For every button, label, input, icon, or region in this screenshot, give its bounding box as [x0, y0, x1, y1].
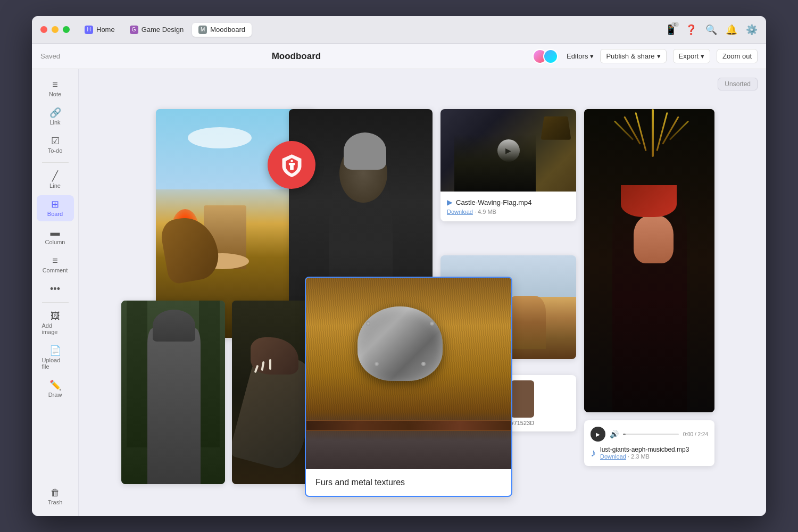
music-meta: Download · 2.3 MB: [600, 453, 689, 460]
sidebar-todo-label: To-do: [48, 147, 63, 154]
sidebar-divider-2: [42, 302, 69, 303]
sidebar-addimage-label: Add image: [42, 322, 69, 335]
sidebar-board-label: Board: [47, 211, 63, 217]
app-window: H Home G Game Design M Moodboard 📱 0 ❓ 🔍…: [32, 16, 766, 516]
castle-video-thumbnail: ▶: [440, 109, 576, 192]
sidebar-item-todo[interactable]: ☑ To-do: [37, 132, 74, 158]
music-details: lust-giants-aeph-musicbed.mp3 Download ·…: [600, 446, 689, 460]
sidebar-item-note[interactable]: ≡ Note: [37, 76, 74, 102]
sidebar-uploadfile-label: Upload file: [42, 357, 69, 370]
sidebar-item-line[interactable]: ╱ Line: [37, 167, 74, 193]
music-progress-fill: [623, 434, 626, 435]
gamedesign-tab-icon: G: [130, 26, 138, 34]
publish-chevron-icon: ▾: [657, 52, 661, 60]
music-progress-bar[interactable]: [623, 434, 679, 435]
link-icon: 🔗: [49, 108, 61, 118]
editor-avatars: [533, 49, 558, 64]
board-icon: ⊞: [51, 200, 59, 209]
todo-icon: ☑: [51, 136, 60, 146]
export-button[interactable]: Export ▾: [673, 49, 711, 63]
addimage-icon: 🖼: [51, 311, 60, 321]
publish-button[interactable]: Publish & share ▾: [600, 49, 666, 63]
sidebar-item-column[interactable]: ▬ Column: [37, 223, 74, 250]
more-icon: •••: [50, 284, 60, 294]
line-icon: ╱: [52, 171, 58, 181]
woman-headdress-image[interactable]: [584, 109, 714, 412]
uploadfile-icon: 📄: [49, 346, 61, 355]
shield-icon: [280, 153, 304, 177]
maximize-button[interactable]: [63, 26, 70, 33]
editors-button[interactable]: Editors ▾: [567, 52, 594, 60]
swatch-color-2: [511, 380, 535, 418]
main-area: ≡ Note 🔗 Link ☑ To-do ╱ Line ⊞ Board ▬: [32, 69, 766, 516]
music-controls: ▶ 🔊 0:00 / 2:24: [591, 427, 708, 442]
toolbar: Saved Moodboard Editors ▾ Publish & shar…: [32, 44, 766, 69]
statue-image[interactable]: [121, 301, 225, 484]
canvas[interactable]: Unsorted: [79, 69, 766, 516]
sidebar-item-board[interactable]: ⊞ Board: [37, 195, 74, 221]
close-button[interactable]: [40, 26, 47, 33]
sidebar-item-more[interactable]: •••: [37, 280, 74, 298]
sidebar-link-label: Link: [49, 119, 60, 126]
sidebar-draw-label: Draw: [48, 392, 62, 398]
unsorted-badge: Unsorted: [718, 78, 758, 90]
castle-filesize: 4.9 MB: [478, 209, 496, 215]
svg-rect-1: [288, 163, 294, 165]
comment-icon: ≡: [52, 256, 58, 265]
sidebar-item-link[interactable]: 🔗 Link: [37, 104, 74, 130]
music-time: 0:00 / 2:24: [683, 431, 708, 437]
castle-download-link[interactable]: Download: [447, 209, 473, 215]
page-title: Moodboard: [60, 51, 533, 62]
titlebar-actions: 📱 0 ❓ 🔍 🔔 ⚙️: [665, 24, 758, 36]
swatch-2: #71523D: [511, 380, 535, 426]
avatar-2: [543, 49, 558, 64]
music-play-button[interactable]: ▶: [591, 427, 605, 442]
sidebar-item-addimage[interactable]: 🖼 Add image: [37, 307, 74, 339]
device-icon[interactable]: 📱 0: [665, 24, 677, 36]
editors-chevron-icon: ▾: [590, 52, 594, 60]
saved-status: Saved: [40, 52, 60, 60]
zoom-label: Zoom out: [722, 52, 752, 60]
music-player-card[interactable]: ▶ 🔊 0:00 / 2:24 ♪: [584, 420, 714, 466]
device-badge: 0: [671, 22, 679, 27]
furs-image: [306, 278, 511, 469]
home-tab-icon: H: [85, 26, 93, 34]
sidebar-comment-label: Comment: [43, 267, 68, 273]
note-icon: ≡: [52, 80, 58, 89]
furs-metal-card[interactable]: Furs and metal textures: [305, 277, 512, 497]
zoom-button[interactable]: Zoom out: [717, 49, 758, 63]
music-note-icon: ♪: [591, 447, 596, 459]
volume-icon: 🔊: [610, 430, 619, 438]
music-download-link[interactable]: Download: [600, 453, 626, 460]
tab-gamedesign[interactable]: G Game Design: [123, 23, 190, 37]
sidebar-item-comment[interactable]: ≡ Comment: [37, 252, 74, 278]
tab-moodboard-label: Moodboard: [210, 26, 245, 34]
search-icon[interactable]: 🔍: [705, 24, 717, 36]
castle-filename: ▶ Castle-Waving-Flag.mp4: [447, 198, 570, 206]
trash-icon: 🗑: [51, 488, 60, 497]
minimize-button[interactable]: [52, 26, 59, 33]
help-icon[interactable]: ❓: [685, 24, 697, 36]
tab-home-label: Home: [96, 26, 115, 34]
tab-moodboard[interactable]: M Moodboard: [192, 23, 252, 37]
tabs: H Home G Game Design M Moodboard: [78, 23, 665, 37]
castle-meta: Download · 4.9 MB: [447, 209, 570, 215]
tab-home[interactable]: H Home: [78, 23, 121, 37]
draw-icon: ✏️: [49, 380, 61, 390]
column-icon: ▬: [51, 228, 60, 237]
sidebar-item-draw[interactable]: ✏️ Draw: [37, 376, 74, 402]
board-area: ▶ ▶ Castle-Waving-Flag.mp4 Download · 4.…: [89, 80, 755, 505]
toolbar-right: Editors ▾ Publish & share ▾ Export ▾ Zoo…: [533, 49, 758, 64]
video-play-icon: ▶: [447, 198, 453, 206]
sidebar-item-trash[interactable]: 🗑 Trash: [37, 484, 74, 510]
tab-gamedesign-label: Game Design: [142, 26, 184, 34]
settings-icon[interactable]: ⚙️: [746, 24, 758, 36]
sidebar-trash-label: Trash: [48, 499, 63, 505]
sidebar-divider-1: [42, 162, 69, 163]
bell-icon[interactable]: 🔔: [726, 24, 737, 36]
castle-video-card[interactable]: ▶ ▶ Castle-Waving-Flag.mp4 Download · 4.…: [440, 109, 576, 221]
publish-label: Publish & share: [606, 52, 654, 60]
sidebar-item-uploadfile[interactable]: 📄 Upload file: [37, 342, 74, 374]
sidebar: ≡ Note 🔗 Link ☑ To-do ╱ Line ⊞ Board ▬: [32, 69, 79, 516]
castle-video-info: ▶ Castle-Waving-Flag.mp4 Download · 4.9 …: [440, 192, 576, 221]
